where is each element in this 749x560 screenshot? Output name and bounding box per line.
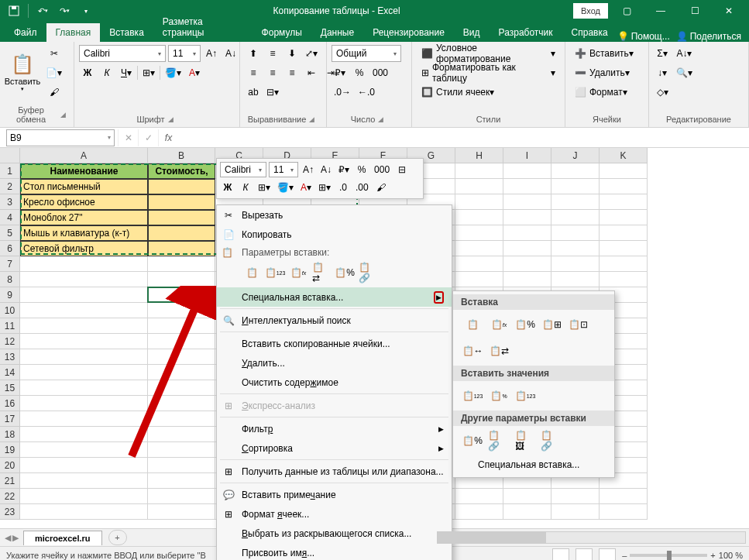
redo-icon[interactable]: ↷▾ — [55, 2, 74, 19]
mini-inc-decimal-icon[interactable]: .00 — [353, 180, 371, 195]
cell[interactable] — [503, 194, 551, 210]
tab-help[interactable]: Справка — [562, 23, 617, 42]
row-header-12[interactable]: 12 — [0, 334, 20, 349]
qat-customize-icon[interactable]: ▾ — [77, 2, 95, 19]
cell[interactable] — [600, 163, 648, 179]
insert-cells-button[interactable]: ➕Вставить▾ — [570, 45, 638, 62]
mini-font-color-icon[interactable]: A▾ — [298, 180, 314, 195]
zoom-in-icon[interactable]: + — [710, 551, 715, 560]
row-header-4[interactable]: 4 — [0, 210, 20, 225]
cell[interactable] — [148, 334, 215, 349]
delete-cells-button[interactable]: ➖Удалить▾ — [570, 64, 634, 81]
cell[interactable] — [455, 210, 503, 225]
cell[interactable] — [148, 458, 215, 473]
row-header-10[interactable]: 10 — [0, 303, 20, 318]
row-header-6[interactable]: 6 — [0, 241, 20, 256]
format-cells-button[interactable]: ⬜Формат▾ — [570, 84, 632, 101]
cut-icon[interactable]: ✂ — [43, 45, 64, 62]
decrease-font-icon[interactable]: A↓ — [222, 45, 239, 62]
cell[interactable] — [455, 489, 503, 504]
cell[interactable]: Кресло офисное — [20, 194, 148, 210]
sub-formatting-icon[interactable]: 📋% — [461, 429, 484, 452]
select-all-corner[interactable] — [0, 148, 20, 163]
mini-merge-icon[interactable]: ⊟ — [394, 162, 410, 177]
merge-icon[interactable]: ⊟▾ — [264, 84, 281, 101]
mini-decrease-font-icon[interactable]: A↓ — [318, 162, 334, 177]
save-icon[interactable] — [5, 2, 23, 19]
cell[interactable] — [148, 256, 215, 272]
row-header-15[interactable]: 15 — [0, 380, 20, 396]
align-bottom-icon[interactable]: ⬇ — [283, 45, 301, 62]
row-header-7[interactable]: 7 — [0, 256, 20, 272]
align-middle-icon[interactable]: ≡ — [264, 45, 281, 62]
wrap-text-icon[interactable]: ab — [245, 84, 262, 101]
ctx-get-data[interactable]: ⊞Получить данные из таблицы или диапазон… — [217, 462, 452, 481]
cell[interactable] — [148, 489, 215, 504]
cell[interactable] — [20, 349, 148, 365]
cell[interactable] — [20, 458, 148, 473]
sub-paste-formulas-icon[interactable]: 📋fx — [487, 313, 510, 336]
cell[interactable] — [20, 318, 148, 334]
mini-percent-icon[interactable]: % — [354, 162, 369, 177]
cell[interactable] — [503, 489, 551, 504]
autosum-icon[interactable]: Σ▾ — [654, 45, 671, 62]
ctx-paste-special[interactable]: Специальная вставка...▶ — [217, 287, 452, 307]
cell[interactable] — [148, 272, 215, 287]
ctx-insert-copied[interactable]: Вставить скопированные ячейки... — [217, 334, 452, 353]
cell[interactable] — [551, 504, 600, 520]
row-header-1[interactable]: 1 — [0, 163, 20, 179]
maximize-icon[interactable]: ☐ — [679, 0, 710, 22]
cell[interactable] — [503, 179, 551, 194]
cell-styles-button[interactable]: 🔲Стили ячеек▾ — [417, 84, 499, 101]
cancel-formula-icon[interactable]: ✕ — [118, 129, 138, 146]
increase-decimal-icon[interactable]: .0→ — [332, 84, 353, 101]
cell[interactable] — [20, 365, 148, 380]
sheet-nav-next-icon[interactable]: ▶ — [12, 533, 19, 543]
share-button[interactable]: 👤 Поделиться — [676, 31, 741, 42]
col-header-B[interactable]: B — [148, 148, 215, 163]
cell[interactable] — [148, 442, 215, 458]
cell[interactable] — [148, 504, 215, 520]
cell[interactable] — [600, 241, 648, 256]
cell[interactable] — [20, 473, 148, 489]
cell[interactable]: Наименование — [20, 163, 148, 179]
align-center-icon[interactable]: ≡ — [264, 64, 281, 81]
row-header-18[interactable]: 18 — [0, 427, 20, 442]
cell[interactable] — [148, 427, 215, 442]
row-header-9[interactable]: 9 — [0, 287, 20, 303]
paste-formatting-icon[interactable]: 📋% — [335, 261, 355, 284]
tab-page-layout[interactable]: Разметка страницы — [153, 12, 253, 42]
close-icon[interactable]: ✕ — [713, 0, 744, 22]
cell[interactable] — [148, 210, 215, 225]
alignment-dialog-launcher[interactable]: ◢ — [309, 115, 318, 123]
cell[interactable] — [148, 318, 215, 334]
cell[interactable] — [20, 334, 148, 349]
fx-icon[interactable]: fx — [158, 129, 178, 146]
cell[interactable] — [20, 504, 148, 520]
borders-button[interactable]: ⊞▾ — [140, 64, 157, 81]
cell[interactable] — [20, 489, 148, 504]
col-header-A[interactable]: A — [20, 148, 148, 163]
mini-borders2-icon[interactable]: ⊞▾ — [316, 180, 333, 195]
col-header-H[interactable]: H — [455, 148, 503, 163]
ctx-dropdown-list[interactable]: Выбрать из раскрывающегося списка... — [217, 524, 452, 543]
horizontal-scrollbar[interactable] — [437, 531, 746, 544]
copy-icon[interactable]: 📄▾ — [43, 64, 64, 81]
font-name-combo[interactable]: Calibri▾ — [79, 45, 166, 62]
row-header-13[interactable]: 13 — [0, 349, 20, 365]
number-format-combo[interactable]: Общий▾ — [332, 45, 401, 62]
paste-transpose-icon[interactable]: 📋⇄ — [311, 261, 332, 284]
ctx-define-name[interactable]: Присвоить имя... — [217, 543, 452, 560]
sub-values-srcfmt-icon[interactable]: 📋123 — [514, 384, 537, 407]
cell[interactable] — [148, 303, 215, 318]
cell[interactable] — [148, 241, 215, 256]
cell[interactable] — [148, 194, 215, 210]
cell[interactable] — [503, 504, 551, 520]
tell-me[interactable]: 💡 Помощ... — [617, 31, 670, 42]
font-dialog-launcher[interactable]: ◢ — [168, 115, 177, 123]
ctx-sort[interactable]: Сортировка▶ — [217, 438, 452, 458]
cell[interactable] — [20, 303, 148, 318]
view-page-break-icon[interactable] — [599, 548, 616, 561]
number-dialog-launcher[interactable]: ◢ — [378, 115, 387, 123]
ctx-clear[interactable]: Очистить содержимое — [217, 373, 452, 392]
